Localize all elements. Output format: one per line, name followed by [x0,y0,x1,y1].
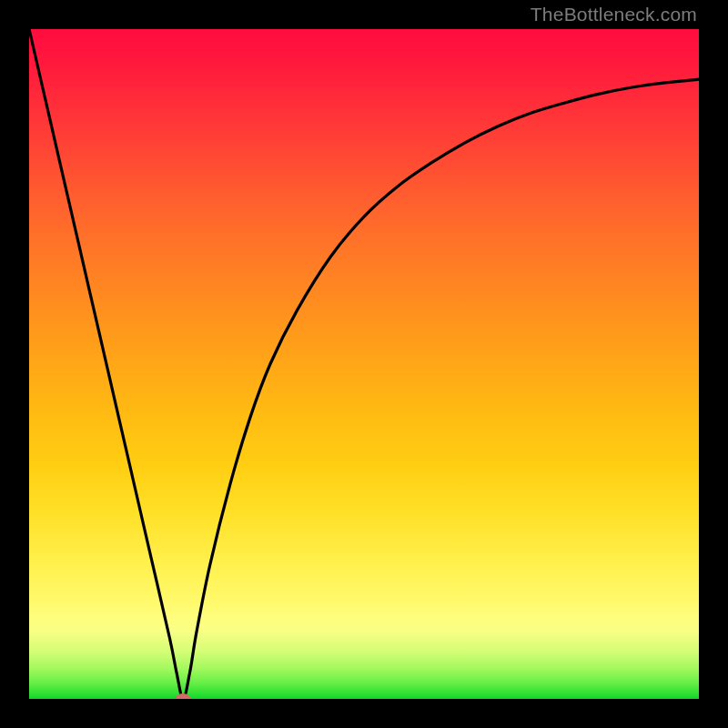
curve-layer [29,29,699,699]
plot-area [29,29,699,699]
chart-frame: TheBottleneck.com [0,0,728,728]
watermark-text: TheBottleneck.com [531,4,697,25]
optimal-point-marker [176,693,191,699]
bottleneck-curve [29,29,699,699]
